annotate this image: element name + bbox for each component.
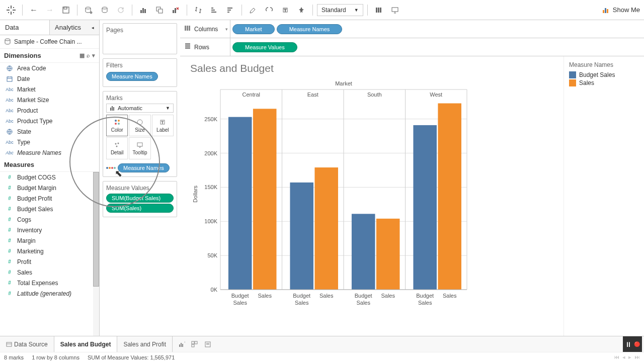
marks-color-button[interactable]: Color: [106, 115, 128, 136]
new-datasource-button[interactable]: [82, 3, 96, 17]
measure-value-pill[interactable]: SUM(Sales): [106, 204, 174, 213]
measure-field[interactable]: #Budget Margin: [0, 183, 93, 193]
new-story-icon[interactable]: [203, 339, 213, 349]
dimension-field[interactable]: AbcProduct Type: [0, 116, 99, 126]
bar[interactable]: [314, 167, 338, 290]
nav-last-icon[interactable]: ⏭: [634, 354, 640, 360]
swap-button[interactable]: [191, 3, 205, 17]
pages-shelf[interactable]: Pages: [103, 23, 177, 54]
group-button[interactable]: [262, 3, 276, 17]
bar[interactable]: [413, 125, 437, 290]
forward-button[interactable]: →: [43, 3, 57, 17]
svg-rect-30: [380, 8, 381, 13]
svg-rect-31: [392, 8, 398, 12]
measure-field[interactable]: #Sales: [0, 267, 93, 278]
new-worksheet-button[interactable]: [136, 3, 150, 17]
analytics-tab[interactable]: Analytics◂: [49, 20, 99, 35]
scrollbar[interactable]: [93, 172, 99, 336]
show-labels-button[interactable]: T: [278, 3, 292, 17]
measure-field[interactable]: #Cogs: [0, 214, 93, 225]
marks-label-button[interactable]: TLabel: [152, 115, 174, 136]
filters-shelf[interactable]: Filters Measure Names: [103, 58, 177, 87]
measure-field[interactable]: #Latitude (generated): [0, 288, 93, 299]
dimension-field[interactable]: Area Code: [0, 63, 99, 73]
legend-item[interactable]: Sales: [569, 79, 639, 86]
row-pill[interactable]: Measure Values: [232, 42, 297, 52]
legend-item[interactable]: Budget Sales: [569, 71, 639, 78]
legend-card[interactable]: Measure Names Budget SalesSales: [564, 56, 644, 336]
svg-rect-55: [189, 26, 190, 31]
show-cards-button[interactable]: [372, 3, 386, 17]
svg-text:Budget: Budget: [293, 293, 310, 299]
measure-field[interactable]: #Total Expenses: [0, 278, 93, 288]
svg-text:100K: 100K: [204, 218, 217, 224]
refresh-button[interactable]: [114, 3, 128, 17]
marks-color-pill[interactable]: Measure Names: [118, 163, 170, 172]
measure-field[interactable]: #Budget COGS: [0, 172, 93, 183]
bar[interactable]: [376, 219, 400, 290]
nav-first-icon[interactable]: ⏮: [614, 354, 619, 360]
dimension-field[interactable]: AbcType: [0, 137, 99, 147]
measure-field[interactable]: #Inventory: [0, 225, 93, 235]
marks-tooltip-button[interactable]: Tooltip: [129, 137, 150, 159]
bar[interactable]: [352, 214, 375, 290]
measure-values-shelf[interactable]: Measure Values SUM(Budget Sales)SUM(Sale…: [103, 181, 177, 217]
filter-pill[interactable]: Measure Names: [106, 72, 158, 81]
chart[interactable]: Market250K200K150K100K50K0KDollarsCentra…: [190, 78, 472, 325]
dimension-field[interactable]: AbcMeasure Names: [0, 147, 99, 158]
new-dashboard-icon[interactable]: [190, 339, 200, 349]
measure-field[interactable]: #Budget Profit: [0, 193, 93, 204]
sort-desc-button[interactable]: [223, 3, 237, 17]
data-tab[interactable]: Data: [0, 20, 49, 35]
sheet-tab[interactable]: Data Source: [0, 336, 54, 352]
search-icon[interactable]: ⌕: [87, 52, 90, 59]
sort-asc-button[interactable]: [207, 3, 221, 17]
measure-field[interactable]: #Profit: [0, 256, 93, 267]
bar[interactable]: [290, 183, 313, 290]
logo-icon[interactable]: [4, 3, 18, 17]
dimension-field[interactable]: AbcMarket Size: [0, 95, 99, 105]
bar[interactable]: [253, 109, 277, 290]
dimension-field[interactable]: Date: [0, 73, 99, 84]
presentation-controls[interactable]: ⏸ 🔴: [623, 336, 642, 352]
pin-button[interactable]: [294, 3, 308, 17]
dimension-field[interactable]: State: [0, 126, 99, 137]
bar[interactable]: [438, 104, 461, 290]
save-button[interactable]: [59, 3, 73, 17]
column-pill[interactable]: Market: [232, 24, 275, 34]
chart-title[interactable]: Sales and Budget: [190, 62, 553, 74]
bar[interactable]: [228, 117, 252, 290]
column-pill[interactable]: Measure Names: [277, 24, 343, 34]
sheet-tab[interactable]: Sales and Profit: [117, 336, 173, 352]
sheet-tab[interactable]: Sales and Budget: [54, 336, 118, 352]
svg-rect-24: [227, 10, 231, 11]
svg-rect-52: [137, 143, 142, 146]
show-me-button[interactable]: Show Me: [602, 6, 640, 14]
clear-sheet-button[interactable]: [169, 3, 183, 17]
highlight-button[interactable]: [246, 3, 260, 17]
pause-autoupdates-button[interactable]: [98, 3, 112, 17]
view-icon[interactable]: ▦: [79, 52, 85, 59]
measure-field[interactable]: #Margin: [0, 235, 93, 246]
measure-field[interactable]: #Budget Sales: [0, 204, 93, 214]
pause-icon[interactable]: ⏸: [625, 340, 632, 348]
datasource-item[interactable]: Sample - Coffee Chain ...: [0, 35, 99, 49]
menu-icon[interactable]: ▾: [92, 52, 95, 59]
record-icon[interactable]: 🔴: [634, 341, 640, 347]
nav-next-icon[interactable]: ▸: [628, 354, 631, 360]
marks-detail-button[interactable]: Detail: [106, 137, 128, 159]
measure-value-pill[interactable]: SUM(Budget Sales): [106, 194, 174, 203]
svg-text:Budget: Budget: [355, 293, 372, 299]
duplicate-sheet-button[interactable]: [152, 3, 167, 17]
measure-field[interactable]: #Marketing: [0, 246, 93, 256]
nav-prev-icon[interactable]: ◂: [622, 354, 625, 360]
dimension-field[interactable]: AbcProduct: [0, 105, 99, 116]
new-sheet-icon[interactable]: +: [177, 339, 187, 349]
mark-type-selector[interactable]: Automatic ▼: [106, 104, 174, 113]
dimension-field[interactable]: AbcMarket: [0, 84, 99, 95]
fit-selector[interactable]: Standard▼: [317, 4, 363, 16]
marks-size-button[interactable]: Size: [129, 115, 150, 136]
presentation-button[interactable]: [388, 3, 402, 17]
back-button[interactable]: ←: [27, 3, 41, 17]
svg-text:200K: 200K: [204, 150, 217, 156]
